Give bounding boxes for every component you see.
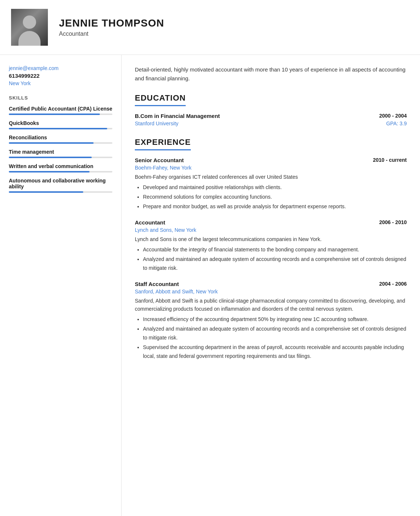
job-role: Senior Accountant [135,157,184,163]
experience-entry: Accountant 2006 - 2010 Lynch and Sons, N… [135,219,407,273]
skill-label: Certified Public Accountant (CPA) Licens… [9,106,112,112]
skill-item: Certified Public Accountant (CPA) Licens… [9,106,112,115]
email: jennie@example.com [9,65,112,71]
resume-header: JENNIE THOMPSON Accountant [0,0,420,55]
skill-bar-fill [9,191,83,193]
experience-entry: Senior Accountant 2010 - current Boehm-F… [135,157,407,211]
company-name: Boehm-Fahey, New York [135,165,192,171]
skill-bar-fill [9,171,90,172]
skill-item: QuickBooks [9,120,112,129]
entry-header: B.Com in Financial Management 2000 - 200… [135,113,407,119]
entry-sub: Stanford University GPA: 3.9 [135,121,407,126]
bullet-item: Increased efficiency of the accounting d… [143,315,407,324]
bullet-item: Prepare and monitor budget, as well as p… [143,202,407,211]
entry-sub: Boehm-Fahey, New York [135,165,407,171]
experience-entry: Staff Accountant 2004 - 2006 Sanford, Ab… [135,281,407,361]
skill-bar-bg [9,142,112,144]
skill-bar-fill [9,114,100,115]
sidebar: jennie@example.com 6134999222 New York S… [0,55,122,516]
job-bullets: Accountable for the integrity of financi… [135,245,407,272]
entry-header: Staff Accountant 2004 - 2006 [135,281,407,287]
entry-years: 2004 - 2006 [379,281,407,287]
bullet-item: Analyzed and maintained an adequate syst… [143,325,407,342]
avatar-image [11,9,48,46]
location: New York [9,80,112,86]
entry-years: 2006 - 2010 [379,219,407,225]
experience-heading: EXPERIENCE [135,137,191,150]
job-bullets: Increased efficiency of the accounting d… [135,315,407,360]
degree-title: B.Com in Financial Management [135,113,220,119]
bullet-item: Analyzed and maintained an adequate syst… [143,255,407,273]
gpa: GPA: 3.9 [386,121,407,126]
avatar [11,9,48,46]
candidate-name: JENNIE THOMPSON [59,17,164,29]
job-role: Accountant [135,219,165,226]
job-role: Staff Accountant [135,281,179,287]
skill-label: Autonomous and collaborative working abi… [9,178,112,189]
education-section: EDUCATION B.Com in Financial Management … [135,93,407,126]
bullet-item: Recommend solutions for complex accounti… [143,193,407,202]
skill-bar-bg [9,171,112,172]
job-bullets: Developed and maintained positive relati… [135,183,407,211]
entry-sub: Sanford, Abbott and Swift, New York [135,289,407,294]
entry-header: Senior Accountant 2010 - current [135,157,407,163]
skills-list: Certified Public Accountant (CPA) Licens… [9,106,112,193]
entry-sub: Lynch and Sons, New York [135,227,407,233]
education-entries: B.Com in Financial Management 2000 - 200… [135,113,407,126]
job-description: Boehm-Fahey organises ICT related confer… [135,173,407,181]
skill-label: QuickBooks [9,120,112,126]
skill-item: Written and verbal communication [9,163,112,172]
job-description: Lynch and Sons is one of the largest tel… [135,235,407,243]
skill-bar-fill [9,142,94,144]
main-layout: jennie@example.com 6134999222 New York S… [0,55,420,516]
main-content: Detail-oriented, highly motivated accoun… [122,55,420,516]
skill-bar-bg [9,128,112,129]
skill-label: Reconciliations [9,135,112,140]
candidate-title: Accountant [59,31,164,37]
education-entry: B.Com in Financial Management 2000 - 200… [135,113,407,126]
skills-heading: SKILLS [9,95,112,101]
experience-section: EXPERIENCE Senior Accountant 2010 - curr… [135,137,407,360]
skill-item: Time management [9,149,112,158]
phone: 6134999222 [9,73,112,79]
company-name: Lynch and Sons, New York [135,227,196,233]
education-heading: EDUCATION [135,93,186,106]
skill-bar-fill [9,157,92,158]
skill-item: Autonomous and collaborative working abi… [9,178,112,193]
job-description: Sanford, Abbott and Swift is a public cl… [135,297,407,313]
skill-item: Reconciliations [9,135,112,144]
experience-entries: Senior Accountant 2010 - current Boehm-F… [135,157,407,360]
bullet-item: Accountable for the integrity of financi… [143,245,407,254]
skill-bar-bg [9,157,112,158]
entry-years: 2000 - 2004 [379,113,407,119]
skill-bar-fill [9,128,107,129]
bullet-item: Supervised the accounting department in … [143,343,407,361]
bullet-item: Developed and maintained positive relati… [143,183,407,192]
header-info: JENNIE THOMPSON Accountant [59,17,164,37]
skill-bar-bg [9,191,112,193]
skill-bar-bg [9,114,112,115]
entry-header: Accountant 2006 - 2010 [135,219,407,226]
skill-label: Written and verbal communication [9,163,112,169]
skill-label: Time management [9,149,112,155]
entry-years: 2010 - current [373,157,407,163]
institution: Stanford University [135,121,178,126]
summary-text: Detail-oriented, highly motivated accoun… [135,65,407,83]
company-name: Sanford, Abbott and Swift, New York [135,289,218,294]
